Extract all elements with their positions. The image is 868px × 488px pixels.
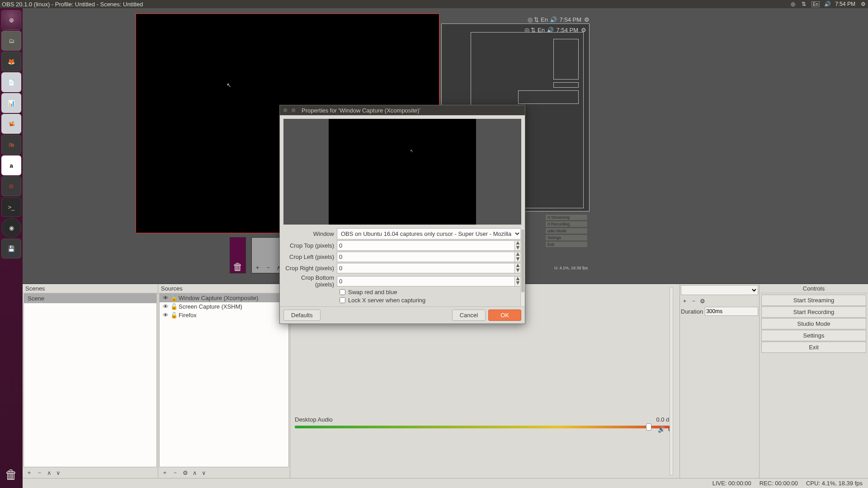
crop-top-input[interactable] (337, 240, 515, 251)
minimize-icon[interactable] (291, 108, 296, 113)
source-item[interactable]: 👁 🔓 Window Capture (Xcomposite) (160, 294, 288, 302)
unity-launcher: ⊚ 🗂 🦊 📄 📊 📽 🛍 a ⚙ >_ ◉ 💾 🗑 (0, 8, 23, 488)
sources-title: Sources (158, 284, 290, 293)
volume-slider[interactable] (646, 423, 651, 431)
source-item[interactable]: 👁 🔓 Firefox (160, 311, 288, 319)
minus-icon[interactable]: － (264, 264, 272, 271)
scenes-footer: ＋ － ∧ ∨ (23, 467, 158, 478)
dialog-scrollbar[interactable] (520, 228, 525, 306)
visibility-icon[interactable]: 👁 (162, 303, 169, 310)
defaults-button[interactable]: Defaults (283, 310, 321, 321)
volume-icon[interactable]: 🔊 (824, 1, 830, 7)
start-recording-button[interactable]: Start Recording (761, 306, 866, 318)
minus-icon[interactable]: － (37, 469, 42, 477)
visibility-icon[interactable]: 👁 (162, 312, 169, 319)
lockx-checkbox[interactable] (340, 297, 345, 303)
source-label: Window Capture (Xcomposite) (179, 295, 258, 301)
mini-btn: udio Mode (545, 228, 588, 234)
down-icon[interactable]: ∨ (56, 469, 61, 476)
floppy-icon[interactable]: 💾 (1, 239, 21, 258)
lock-icon[interactable]: 🔓 (170, 303, 177, 310)
dialog-title: Properties for 'Window Capture (Xcomposi… (302, 107, 420, 114)
visibility-icon[interactable]: 👁 (162, 295, 169, 301)
network-icon[interactable]: ⇅ (801, 1, 807, 7)
controls-title: Controls (760, 284, 868, 293)
scenes-list[interactable]: Scene (24, 293, 157, 467)
window-select[interactable]: OBS on Ubuntu 16.04 captures only cursor… (337, 228, 521, 239)
mixer-scrollbar[interactable] (670, 287, 673, 475)
transition-select[interactable] (681, 285, 758, 295)
gear-icon[interactable]: ⚙ (699, 298, 706, 305)
gear-icon[interactable]: ⚙ (183, 469, 188, 476)
mini-btn: Setings (545, 235, 588, 241)
dash-icon[interactable]: ⊚ (1, 10, 21, 30)
swap-row: Swap red and blue (283, 289, 521, 296)
trash-icon[interactable]: 🗑 (1, 465, 21, 484)
software-center-icon[interactable]: 🛍 (1, 135, 21, 155)
nested-status: U: 4.1%, 18.39 fps (554, 266, 588, 270)
amazon-icon[interactable]: a (1, 155, 21, 175)
clock[interactable]: 7:54 PM (835, 1, 855, 7)
keyboard-indicator[interactable]: En (811, 1, 820, 7)
obs-tray-icon[interactable]: ◎ (790, 1, 796, 7)
crop-bottom-row: Crop Bottom (pixels) ▲▼ (283, 274, 521, 288)
lock-icon[interactable]: 🔓 (170, 312, 177, 319)
status-rec: REC: 00:00:00 (760, 480, 798, 487)
crop-right-input[interactable] (337, 263, 515, 273)
duration-label: Duration (681, 308, 703, 315)
duration-input[interactable] (705, 307, 758, 316)
down-icon[interactable]: ∨ (202, 469, 206, 476)
crop-bottom-input[interactable] (337, 276, 515, 286)
writer-icon[interactable]: 📄 (1, 72, 21, 92)
window-row: Window OBS on Ubuntu 16.04 captures only… (283, 228, 521, 239)
window-title: OBS 20.1.0 (linux) - Profile: Untitled -… (2, 1, 790, 8)
mini-btn: rt Streaming (545, 214, 588, 221)
settings-icon[interactable]: ⚙ (1, 176, 21, 196)
obs-icon[interactable]: ◉ (1, 218, 21, 238)
dialog-form: Window OBS on Ubuntu 16.04 captures only… (280, 228, 525, 306)
exit-button[interactable]: Exit (761, 342, 866, 353)
mute-icon[interactable]: 🔊 (658, 426, 665, 433)
calc-icon[interactable]: 📊 (1, 93, 21, 113)
dialog-titlebar[interactable]: Properties for 'Window Capture (Xcomposi… (280, 105, 525, 115)
dialog-preview-inner: ↖ (329, 119, 476, 225)
lock-icon[interactable]: 🔓 (170, 295, 177, 301)
scene-item[interactable]: Scene (24, 294, 156, 303)
up-icon[interactable]: ∧ (47, 469, 52, 476)
plus-icon[interactable]: ＋ (681, 297, 688, 305)
minus-icon[interactable]: － (172, 469, 178, 477)
lockx-label: Lock X server when capturing (348, 297, 425, 304)
files-icon[interactable]: 🗂 (1, 31, 21, 51)
firefox-icon[interactable]: 🦊 (1, 52, 21, 71)
start-streaming-button[interactable]: Start Streaming (761, 295, 866, 306)
ok-button[interactable]: OK (488, 310, 521, 321)
swap-checkbox[interactable] (340, 289, 345, 295)
window-label: Window (283, 230, 337, 237)
source-item[interactable]: 👁 🔓 Screen Capture (XSHM) (160, 302, 288, 311)
mixer-bar (295, 426, 673, 428)
transition-btns: ＋ － ⚙ (680, 296, 759, 306)
impress-icon[interactable]: 📽 (1, 114, 21, 134)
mixer-label: Desktop Audio (295, 416, 333, 423)
cursor-icon: ↖ (226, 82, 231, 89)
transition-select-row (680, 284, 759, 296)
plus-icon[interactable]: ＋ (254, 264, 261, 271)
minus-icon[interactable]: － (690, 297, 697, 305)
settings-button[interactable]: Settings (761, 330, 866, 341)
close-icon[interactable] (283, 108, 288, 113)
top-panel: OBS 20.1.0 (linux) - Profile: Untitled -… (0, 0, 868, 8)
sources-panel: Sources 👁 🔓 Window Capture (Xcomposite) … (158, 284, 290, 478)
plus-icon[interactable]: ＋ (162, 469, 168, 477)
terminal-icon[interactable]: >_ (1, 197, 21, 217)
studio-mode-button[interactable]: Studio Mode (761, 318, 866, 329)
sources-list[interactable]: 👁 🔓 Window Capture (Xcomposite) 👁 🔓 Scre… (159, 293, 289, 467)
properties-dialog: Properties for 'Window Capture (Xcomposi… (279, 105, 525, 324)
crop-bottom-label: Crop Bottom (pixels) (283, 274, 337, 288)
up-icon[interactable]: ∧ (193, 469, 197, 476)
cancel-button[interactable]: Cancel (452, 310, 486, 321)
source-label: Screen Capture (XSHM) (179, 303, 242, 310)
status-bar: LIVE: 00:00:00 REC: 00:00:00 CPU: 4.1%, … (23, 478, 868, 488)
gear-icon[interactable]: ⚙ (860, 1, 866, 7)
plus-icon[interactable]: ＋ (26, 469, 32, 477)
crop-left-input[interactable] (337, 252, 515, 262)
